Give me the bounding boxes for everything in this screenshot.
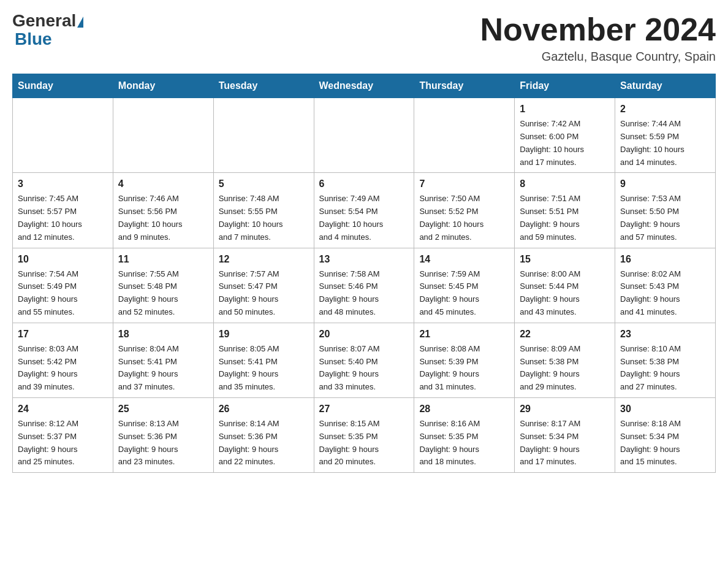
day-cell: 19Sunrise: 8:05 AM Sunset: 5:41 PM Dayli…: [213, 323, 314, 397]
day-number: 8: [520, 177, 610, 191]
day-number: 13: [319, 252, 409, 267]
logo-triangle-icon: [77, 17, 83, 28]
header-sunday: Sunday: [13, 74, 113, 98]
day-info: Sunrise: 7:54 AM Sunset: 5:49 PM Dayligh…: [18, 269, 78, 316]
day-cell: 14Sunrise: 7:59 AM Sunset: 5:45 PM Dayli…: [414, 248, 515, 323]
day-number: 25: [118, 402, 208, 416]
day-info: Sunrise: 7:51 AM Sunset: 5:51 PM Dayligh…: [520, 194, 580, 241]
day-number: 2: [620, 102, 710, 117]
calendar-month-year: November 2024: [480, 12, 716, 47]
day-info: Sunrise: 8:04 AM Sunset: 5:41 PM Dayligh…: [118, 344, 179, 391]
day-cell: 13Sunrise: 7:58 AM Sunset: 5:46 PM Dayli…: [314, 248, 414, 323]
day-cell: [113, 98, 213, 173]
page-header: General Blue November 2024 Gaztelu, Basq…: [12, 12, 716, 64]
day-info: Sunrise: 8:00 AM Sunset: 5:44 PM Dayligh…: [520, 269, 580, 316]
day-number: 27: [319, 402, 409, 416]
day-cell: 8Sunrise: 7:51 AM Sunset: 5:51 PM Daylig…: [515, 173, 615, 248]
day-cell: 5Sunrise: 7:48 AM Sunset: 5:55 PM Daylig…: [213, 173, 314, 248]
day-number: 21: [419, 327, 509, 342]
day-info: Sunrise: 8:16 AM Sunset: 5:35 PM Dayligh…: [419, 419, 480, 466]
day-cell: 30Sunrise: 8:18 AM Sunset: 5:34 PM Dayli…: [615, 397, 716, 472]
calendar-location: Gaztelu, Basque Country, Spain: [480, 50, 716, 64]
day-cell: 23Sunrise: 8:10 AM Sunset: 5:38 PM Dayli…: [615, 323, 716, 397]
week-row-1: 1Sunrise: 7:42 AM Sunset: 6:00 PM Daylig…: [13, 98, 716, 173]
day-info: Sunrise: 7:48 AM Sunset: 5:55 PM Dayligh…: [219, 194, 283, 241]
day-number: 14: [419, 252, 509, 267]
week-row-2: 3Sunrise: 7:45 AM Sunset: 5:57 PM Daylig…: [13, 173, 716, 248]
day-number: 28: [419, 402, 509, 416]
day-info: Sunrise: 7:46 AM Sunset: 5:56 PM Dayligh…: [118, 194, 183, 241]
day-number: 24: [18, 402, 108, 416]
logo-blue-text: Blue: [15, 29, 52, 48]
day-cell: 24Sunrise: 8:12 AM Sunset: 5:37 PM Dayli…: [13, 397, 113, 472]
day-cell: 29Sunrise: 8:17 AM Sunset: 5:34 PM Dayli…: [515, 397, 615, 472]
day-info: Sunrise: 8:12 AM Sunset: 5:37 PM Dayligh…: [18, 419, 78, 466]
day-number: 16: [620, 252, 710, 267]
day-cell: 17Sunrise: 8:03 AM Sunset: 5:42 PM Dayli…: [13, 323, 113, 397]
day-cell: 16Sunrise: 8:02 AM Sunset: 5:43 PM Dayli…: [615, 248, 716, 323]
day-number: 23: [620, 327, 710, 342]
day-info: Sunrise: 8:13 AM Sunset: 5:36 PM Dayligh…: [118, 419, 179, 466]
header-tuesday: Tuesday: [213, 74, 314, 98]
day-info: Sunrise: 8:07 AM Sunset: 5:40 PM Dayligh…: [319, 344, 380, 391]
day-cell: [213, 98, 314, 173]
day-number: 22: [520, 327, 610, 342]
day-cell: 2Sunrise: 7:44 AM Sunset: 5:59 PM Daylig…: [615, 98, 716, 173]
calendar-table: Sunday Monday Tuesday Wednesday Thursday…: [12, 74, 716, 473]
header-friday: Friday: [515, 74, 615, 98]
day-number: 1: [520, 102, 610, 117]
day-cell: 4Sunrise: 7:46 AM Sunset: 5:56 PM Daylig…: [113, 173, 213, 248]
days-of-week-row: Sunday Monday Tuesday Wednesday Thursday…: [13, 74, 716, 98]
day-cell: 12Sunrise: 7:57 AM Sunset: 5:47 PM Dayli…: [213, 248, 314, 323]
day-number: 5: [219, 177, 309, 191]
day-number: 12: [219, 252, 309, 267]
day-cell: 21Sunrise: 8:08 AM Sunset: 5:39 PM Dayli…: [414, 323, 515, 397]
day-info: Sunrise: 8:09 AM Sunset: 5:38 PM Dayligh…: [520, 344, 580, 391]
header-wednesday: Wednesday: [314, 74, 414, 98]
day-number: 10: [18, 252, 108, 267]
day-info: Sunrise: 8:05 AM Sunset: 5:41 PM Dayligh…: [219, 344, 279, 391]
day-number: 26: [219, 402, 309, 416]
day-cell: 9Sunrise: 7:53 AM Sunset: 5:50 PM Daylig…: [615, 173, 716, 248]
day-number: 7: [419, 177, 509, 191]
day-info: Sunrise: 8:18 AM Sunset: 5:34 PM Dayligh…: [620, 419, 681, 466]
day-cell: 27Sunrise: 8:15 AM Sunset: 5:35 PM Dayli…: [314, 397, 414, 472]
day-number: 20: [319, 327, 409, 342]
day-number: 4: [118, 177, 208, 191]
day-cell: 3Sunrise: 7:45 AM Sunset: 5:57 PM Daylig…: [13, 173, 113, 248]
day-cell: 22Sunrise: 8:09 AM Sunset: 5:38 PM Dayli…: [515, 323, 615, 397]
day-cell: 26Sunrise: 8:14 AM Sunset: 5:36 PM Dayli…: [213, 397, 314, 472]
day-number: 9: [620, 177, 710, 191]
day-number: 15: [520, 252, 610, 267]
day-info: Sunrise: 8:02 AM Sunset: 5:43 PM Dayligh…: [620, 269, 681, 316]
day-number: 17: [18, 327, 108, 342]
day-info: Sunrise: 7:49 AM Sunset: 5:54 PM Dayligh…: [319, 194, 384, 241]
day-cell: 6Sunrise: 7:49 AM Sunset: 5:54 PM Daylig…: [314, 173, 414, 248]
week-row-3: 10Sunrise: 7:54 AM Sunset: 5:49 PM Dayli…: [13, 248, 716, 323]
day-info: Sunrise: 7:53 AM Sunset: 5:50 PM Dayligh…: [620, 194, 681, 241]
day-number: 18: [118, 327, 208, 342]
day-info: Sunrise: 7:57 AM Sunset: 5:47 PM Dayligh…: [219, 269, 279, 316]
day-number: 6: [319, 177, 409, 191]
day-cell: 20Sunrise: 8:07 AM Sunset: 5:40 PM Dayli…: [314, 323, 414, 397]
day-cell: 11Sunrise: 7:55 AM Sunset: 5:48 PM Dayli…: [113, 248, 213, 323]
day-info: Sunrise: 8:15 AM Sunset: 5:35 PM Dayligh…: [319, 419, 380, 466]
day-cell: 25Sunrise: 8:13 AM Sunset: 5:36 PM Dayli…: [113, 397, 213, 472]
day-info: Sunrise: 7:42 AM Sunset: 6:00 PM Dayligh…: [520, 119, 584, 166]
week-row-5: 24Sunrise: 8:12 AM Sunset: 5:37 PM Dayli…: [13, 397, 716, 472]
day-number: 3: [18, 177, 108, 191]
header-monday: Monday: [113, 74, 213, 98]
day-cell: 7Sunrise: 7:50 AM Sunset: 5:52 PM Daylig…: [414, 173, 515, 248]
day-info: Sunrise: 8:08 AM Sunset: 5:39 PM Dayligh…: [419, 344, 480, 391]
day-info: Sunrise: 7:55 AM Sunset: 5:48 PM Dayligh…: [118, 269, 179, 316]
day-info: Sunrise: 7:58 AM Sunset: 5:46 PM Dayligh…: [319, 269, 380, 316]
header-saturday: Saturday: [615, 74, 716, 98]
day-cell: [13, 98, 113, 173]
day-cell: 10Sunrise: 7:54 AM Sunset: 5:49 PM Dayli…: [13, 248, 113, 323]
day-info: Sunrise: 7:50 AM Sunset: 5:52 PM Dayligh…: [419, 194, 483, 241]
day-cell: 28Sunrise: 8:16 AM Sunset: 5:35 PM Dayli…: [414, 397, 515, 472]
header-thursday: Thursday: [414, 74, 515, 98]
day-cell: [414, 98, 515, 173]
day-cell: [314, 98, 414, 173]
day-number: 19: [219, 327, 309, 342]
